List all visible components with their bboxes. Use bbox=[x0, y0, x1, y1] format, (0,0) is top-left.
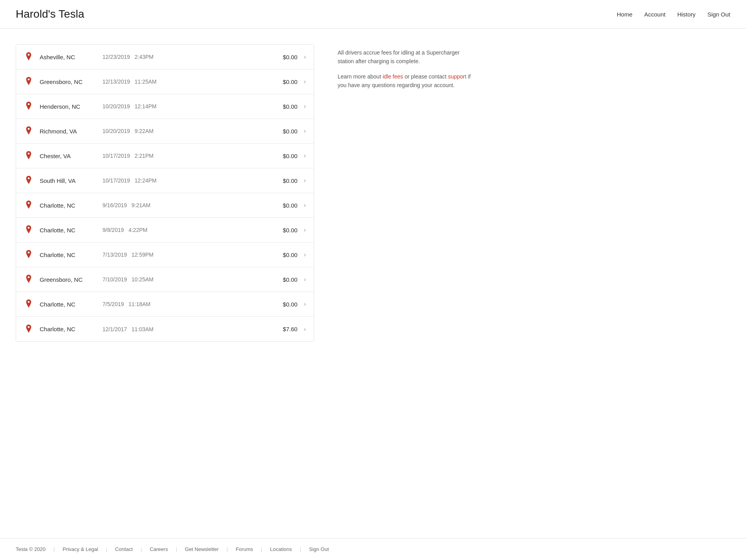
history-row[interactable]: Chester, VA 10/17/2019 2:21PM $0.00 › bbox=[16, 144, 314, 168]
sidebar-p2-before: Learn more about bbox=[338, 73, 382, 80]
svg-point-5 bbox=[28, 177, 30, 179]
sidebar-paragraph-2: Learn more about idle fees or please con… bbox=[338, 72, 471, 90]
footer-divider: | bbox=[300, 546, 301, 552]
footer-link[interactable]: Sign Out bbox=[309, 546, 329, 552]
svg-point-2 bbox=[28, 103, 30, 105]
main-content: Asheville, NC 12/23/2019 2:43PM $0.00 › … bbox=[0, 29, 746, 358]
history-row[interactable]: Greensboro, NC 7/10/2019 10:25AM $0.00 › bbox=[16, 267, 314, 292]
history-row[interactable]: Asheville, NC 12/23/2019 2:43PM $0.00 › bbox=[16, 45, 314, 69]
footer-div-1: | bbox=[53, 546, 55, 552]
nav-account[interactable]: Account bbox=[644, 11, 666, 18]
sidebar-paragraph-1: All drivers accrue fees for idling at a … bbox=[338, 48, 471, 66]
location-name: Charlotte, NC bbox=[40, 326, 102, 332]
footer-link[interactable]: Contact bbox=[115, 546, 133, 552]
location-pin-icon bbox=[24, 77, 33, 86]
location-pin-icon bbox=[24, 225, 33, 235]
history-list: Asheville, NC 12/23/2019 2:43PM $0.00 › … bbox=[16, 44, 314, 342]
amount: $0.00 bbox=[266, 54, 298, 60]
nav-signout[interactable]: Sign Out bbox=[708, 11, 730, 18]
svg-point-1 bbox=[28, 78, 30, 80]
location-name: Henderson, NC bbox=[40, 103, 102, 110]
chevron-icon: › bbox=[304, 152, 306, 159]
chevron-icon: › bbox=[304, 251, 306, 258]
main-nav: Home Account History Sign Out bbox=[617, 11, 730, 18]
history-row[interactable]: Charlotte, NC 12/1/2017 11:03AM $7.60 › bbox=[16, 317, 314, 341]
amount: $0.00 bbox=[266, 276, 298, 283]
chevron-icon: › bbox=[304, 177, 306, 184]
location-pin-icon bbox=[24, 201, 33, 210]
svg-point-6 bbox=[28, 202, 30, 204]
location-pin-icon bbox=[24, 126, 33, 136]
amount: $0.00 bbox=[266, 78, 298, 85]
footer-link[interactable]: Forums bbox=[236, 546, 253, 552]
footer-divider: | bbox=[261, 546, 262, 552]
site-footer: Tesla © 2020 | Privacy & Legal|Contact|C… bbox=[0, 538, 746, 560]
datetime: 7/5/2019 11:18AM bbox=[102, 301, 266, 307]
location-name: Richmond, VA bbox=[40, 128, 102, 135]
amount: $7.60 bbox=[266, 326, 298, 332]
support-link[interactable]: support bbox=[448, 73, 466, 80]
amount: $0.00 bbox=[266, 128, 298, 135]
datetime: 10/20/2019 12:14PM bbox=[102, 103, 266, 109]
history-row[interactable]: South Hill, VA 10/17/2019 12:24PM $0.00 … bbox=[16, 168, 314, 193]
footer-divider: | bbox=[227, 546, 228, 552]
site-title: Harold's Tesla bbox=[16, 8, 84, 20]
location-name: Greensboro, NC bbox=[40, 276, 102, 283]
footer-link[interactable]: Privacy & Legal bbox=[62, 546, 98, 552]
footer-copyright: Tesla © 2020 bbox=[16, 546, 46, 552]
location-name: Charlotte, NC bbox=[40, 301, 102, 308]
location-pin-icon bbox=[24, 250, 33, 259]
datetime: 10/17/2019 2:21PM bbox=[102, 153, 266, 159]
datetime: 12/1/2017 11:03AM bbox=[102, 326, 266, 332]
chevron-icon: › bbox=[304, 301, 306, 308]
nav-history[interactable]: History bbox=[677, 11, 696, 18]
location-name: South Hill, VA bbox=[40, 177, 102, 184]
amount: $0.00 bbox=[266, 227, 298, 233]
history-row[interactable]: Charlotte, NC 9/16/2019 9:21AM $0.00 › bbox=[16, 193, 314, 218]
location-name: Greensboro, NC bbox=[40, 78, 102, 85]
footer-divider: | bbox=[141, 546, 142, 552]
history-row[interactable]: Charlotte, NC 9/8/2019 4:22PM $0.00 › bbox=[16, 218, 314, 243]
sidebar-text: All drivers accrue fees for idling at a … bbox=[338, 48, 471, 90]
amount: $0.00 bbox=[266, 301, 298, 308]
amount: $0.00 bbox=[266, 177, 298, 184]
footer-link[interactable]: Careers bbox=[150, 546, 168, 552]
location-name: Charlotte, NC bbox=[40, 252, 102, 258]
datetime: 9/16/2019 9:21AM bbox=[102, 202, 266, 208]
footer-divider: | bbox=[106, 546, 107, 552]
sidebar-p2-middle: or please contact bbox=[403, 73, 448, 80]
idle-fees-link[interactable]: idle fees bbox=[382, 73, 403, 80]
amount: $0.00 bbox=[266, 252, 298, 258]
history-row[interactable]: Charlotte, NC 7/5/2019 11:18AM $0.00 › bbox=[16, 292, 314, 317]
location-name: Asheville, NC bbox=[40, 54, 102, 60]
chevron-icon: › bbox=[304, 103, 306, 110]
location-pin-icon bbox=[24, 325, 33, 334]
datetime: 7/10/2019 10:25AM bbox=[102, 276, 266, 283]
datetime: 12/13/2019 11:25AM bbox=[102, 78, 266, 85]
svg-point-3 bbox=[28, 128, 30, 130]
location-pin-icon bbox=[24, 151, 33, 161]
footer-link[interactable]: Locations bbox=[270, 546, 292, 552]
datetime: 10/17/2019 12:24PM bbox=[102, 177, 266, 184]
amount: $0.00 bbox=[266, 103, 298, 110]
svg-point-8 bbox=[28, 252, 30, 254]
chevron-icon: › bbox=[304, 326, 306, 333]
location-pin-icon bbox=[24, 176, 33, 185]
history-row[interactable]: Henderson, NC 10/20/2019 12:14PM $0.00 › bbox=[16, 94, 314, 119]
sidebar: All drivers accrue fees for idling at a … bbox=[338, 44, 730, 342]
location-name: Charlotte, NC bbox=[40, 202, 102, 209]
history-row[interactable]: Charlotte, NC 7/13/2019 12:59PM $0.00 › bbox=[16, 243, 314, 267]
footer-divider: | bbox=[176, 546, 177, 552]
amount: $0.00 bbox=[266, 153, 298, 159]
history-row[interactable]: Greensboro, NC 12/13/2019 11:25AM $0.00 … bbox=[16, 69, 314, 94]
datetime: 12/23/2019 2:43PM bbox=[102, 54, 266, 60]
chevron-icon: › bbox=[304, 53, 306, 60]
nav-home[interactable]: Home bbox=[617, 11, 633, 18]
chevron-icon: › bbox=[304, 276, 306, 283]
location-name: Charlotte, NC bbox=[40, 227, 102, 233]
site-header: Harold's Tesla Home Account History Sign… bbox=[0, 0, 746, 29]
history-row[interactable]: Richmond, VA 10/20/2019 9:22AM $0.00 › bbox=[16, 119, 314, 144]
location-pin-icon bbox=[24, 299, 33, 309]
footer-link[interactable]: Get Newsletter bbox=[185, 546, 219, 552]
svg-point-10 bbox=[28, 301, 30, 303]
